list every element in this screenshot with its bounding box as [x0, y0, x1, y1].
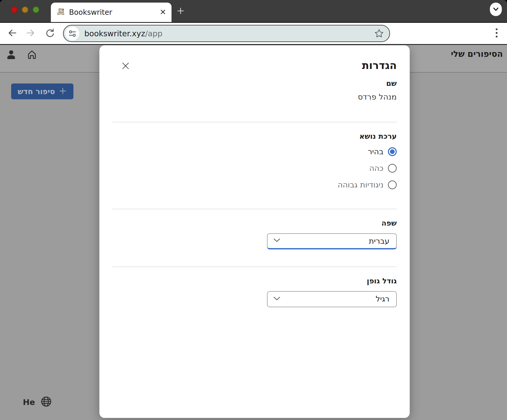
divider [112, 209, 397, 209]
close-icon [122, 62, 129, 70]
browser-menu-button[interactable] [495, 27, 498, 40]
browser-tab[interactable]: Bookswriter [51, 3, 172, 22]
reload-button[interactable] [45, 28, 55, 39]
window-close-button[interactable] [11, 6, 17, 13]
plus-icon [59, 87, 67, 96]
new-story-label: סיפור חדש [18, 87, 55, 96]
chevron-down-icon [273, 296, 280, 302]
language-switcher[interactable]: He [23, 396, 52, 409]
tune-icon [68, 29, 77, 38]
chevron-down-icon [273, 238, 280, 244]
reload-icon [45, 28, 55, 38]
page-title: הסיפורים שלי [451, 49, 503, 59]
language-code-label: He [23, 397, 35, 407]
globe-icon [40, 396, 52, 409]
bookmark-button[interactable] [374, 29, 384, 38]
name-label: שם [112, 79, 397, 88]
forward-arrow-icon [26, 29, 36, 37]
font-size-select[interactable]: רגיל [267, 291, 397, 307]
radio-button[interactable] [388, 164, 397, 173]
three-dot-menu-icon [495, 27, 498, 39]
font-size-section-label: גודל גופן [112, 276, 397, 285]
divider [112, 267, 397, 267]
theme-option-light[interactable]: בהיר [112, 146, 397, 157]
tab-search-button[interactable] [490, 3, 502, 16]
tab-favicon-icon [57, 8, 65, 17]
tab-title: Bookswriter [69, 8, 160, 17]
profile-icon[interactable] [6, 50, 16, 61]
chevron-down-icon [493, 7, 499, 11]
modal-title: הגדרות [112, 59, 397, 71]
back-arrow-icon [7, 29, 17, 37]
radio-button[interactable] [388, 180, 397, 189]
star-icon [374, 29, 384, 38]
url-path: /app [145, 29, 163, 38]
font-size-select-value: רגיל [268, 292, 396, 306]
window-minimize-button[interactable] [22, 6, 28, 13]
url-bar[interactable]: bookswriter.xyz/app [63, 25, 390, 42]
name-value: מנהל פרדס [112, 92, 397, 102]
app-page: הסיפורים שלי סיפור חדש He [0, 45, 507, 420]
new-story-button[interactable]: סיפור חדש [11, 83, 73, 99]
traffic-lights [11, 6, 39, 13]
theme-option-high-contrast[interactable]: ניגודיות גבוהה [112, 179, 397, 191]
theme-option-label: ניגודיות גבוהה [338, 181, 383, 189]
header-icons [6, 49, 37, 61]
language-section-label: שפה [112, 219, 397, 228]
divider [112, 122, 397, 122]
url-host: bookswriter.xyz [84, 29, 145, 38]
site-settings-button[interactable] [65, 26, 79, 40]
language-select[interactable]: עברית [267, 233, 397, 249]
home-icon[interactable] [27, 50, 37, 61]
tab-close-icon[interactable] [160, 9, 166, 16]
browser-toolbar: bookswriter.xyz/app [0, 22, 507, 45]
modal-close-button[interactable] [121, 61, 130, 70]
back-button[interactable] [7, 29, 17, 38]
tab-strip: Bookswriter [0, 0, 507, 22]
plus-icon [177, 7, 184, 15]
new-tab-button[interactable] [175, 6, 186, 16]
theme-option-label: בהיר [368, 148, 383, 156]
theme-option-dark[interactable]: כהה [112, 163, 397, 174]
language-select-value: עברית [268, 234, 396, 248]
window-zoom-button[interactable] [33, 6, 39, 13]
browser-window: Bookswriter [0, 0, 507, 420]
forward-button[interactable] [26, 29, 36, 38]
theme-section-label: ערכת נושא [112, 132, 397, 141]
url-text[interactable]: bookswriter.xyz/app [84, 29, 162, 38]
radio-button[interactable] [388, 147, 397, 156]
theme-option-label: כהה [369, 164, 383, 172]
settings-modal: הגדרות שם מנהל פרדס ערכת נושא בהיר כהה נ… [99, 45, 410, 418]
